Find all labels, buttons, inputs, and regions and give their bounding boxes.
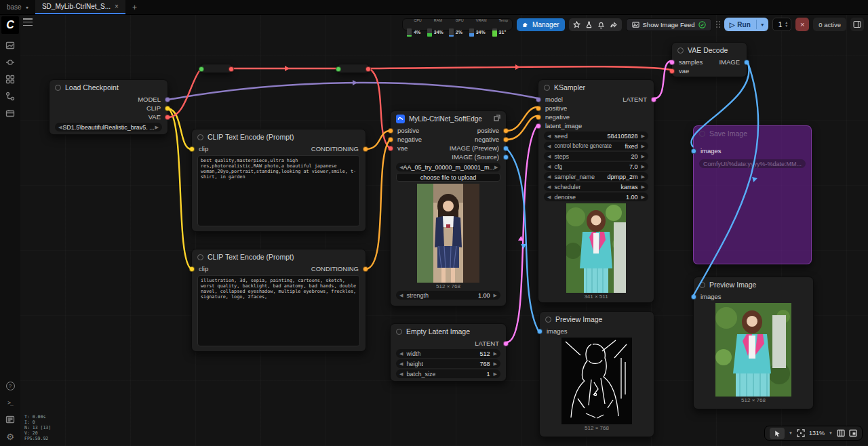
- node-preview-image-final[interactable]: Preview Image images 512 × 768: [693, 277, 814, 409]
- latent-port[interactable]: [651, 97, 656, 102]
- node-load-checkpoint[interactable]: Load Checkpoint MODEL CLIP VAE ◀ SD1.5\b…: [49, 79, 168, 135]
- reroute-node[interactable]: [338, 64, 369, 73]
- sampler-name-widget[interactable]: ◀sampler_namedpmpp_2m▶: [544, 172, 648, 181]
- node-save-image[interactable]: Save Image images ComfyUI/%date:yyyy%-%d…: [693, 125, 812, 264]
- vae-port[interactable]: [669, 68, 675, 74]
- pointer-tool-button[interactable]: [770, 428, 785, 439]
- menu-hamburger-icon[interactable]: [23, 18, 33, 26]
- close-tab-icon[interactable]: ×: [115, 3, 119, 10]
- node-preview-image-softedge[interactable]: Preview Image images 512 × 768: [539, 311, 654, 437]
- collapse-dot-icon[interactable]: [699, 131, 705, 137]
- node-vae-decode[interactable]: VAE Decode samples IMAGE vae: [671, 42, 747, 77]
- clip-port[interactable]: [189, 146, 195, 152]
- positive-out-port[interactable]: [503, 128, 509, 134]
- reroute-node[interactable]: [201, 64, 232, 73]
- clip-port[interactable]: [189, 266, 195, 272]
- minimap-button[interactable]: [849, 429, 857, 437]
- terminal-icon[interactable]: >_: [5, 397, 16, 408]
- node-clip-encode-positive[interactable]: CLIP Text Encode (Prompt) clip CONDITION…: [191, 129, 366, 232]
- node-empty-latent[interactable]: Empty Latent Image LATENT ◀width512▶ ◀he…: [390, 323, 507, 382]
- model-library-icon[interactable]: [5, 74, 16, 85]
- collapse-dot-icon[interactable]: [396, 329, 402, 335]
- flask-icon[interactable]: [584, 20, 595, 30]
- toggle-panel-button[interactable]: [850, 18, 864, 31]
- strength-widget[interactable]: ◀ strength 1.00 ▶: [396, 291, 500, 300]
- collapse-dot-icon[interactable]: [197, 254, 203, 260]
- conditioning-port[interactable]: [363, 146, 368, 152]
- width-widget[interactable]: ◀width512▶: [396, 349, 500, 358]
- tool-chevron-icon[interactable]: ▼: [789, 431, 793, 435]
- negative-port[interactable]: [388, 137, 393, 142]
- batch-size-widget[interactable]: ◀batch_size1▶: [396, 369, 500, 378]
- collapse-dot-icon[interactable]: [197, 134, 203, 140]
- samples-port[interactable]: [669, 60, 675, 65]
- images-port[interactable]: [537, 329, 542, 334]
- upload-button[interactable]: choose file to upload: [396, 173, 500, 182]
- denoise-widget[interactable]: ◀denoise1.00▶: [544, 192, 648, 201]
- filename-prefix-widget[interactable]: ComfyUI/%date:yyyy%-%date:MM...: [699, 159, 806, 168]
- prompt-textarea[interactable]: illustration, 3d, sepia, painting, carto…: [197, 275, 360, 346]
- workflows-icon[interactable]: [5, 91, 16, 102]
- negative-out-port[interactable]: [503, 137, 509, 142]
- collapse-dot-icon[interactable]: [55, 85, 61, 91]
- help-icon[interactable]: ?: [5, 380, 16, 391]
- clip-port[interactable]: [165, 106, 170, 111]
- chevron-left-icon[interactable]: ◀: [399, 293, 403, 298]
- tab-base[interactable]: base ●: [0, 0, 35, 14]
- vae-port[interactable]: [165, 115, 170, 120]
- stepper-carets-icon[interactable]: ▲▼: [785, 21, 788, 28]
- conditioning-port[interactable]: [363, 266, 368, 272]
- batch-count-stepper[interactable]: 1 ▲▼: [772, 18, 792, 31]
- chevron-left-icon[interactable]: ◀: [58, 125, 62, 130]
- negative-port[interactable]: [536, 115, 541, 120]
- manager-button[interactable]: Manager: [517, 18, 564, 31]
- queue-icon[interactable]: [5, 40, 16, 51]
- tab-workflow[interactable]: SD_MyLib-CtrlNet_S... ×: [35, 0, 125, 14]
- latent-port[interactable]: [503, 341, 509, 346]
- open-subgraph-icon[interactable]: [494, 115, 500, 123]
- collapse-dot-icon[interactable]: [545, 317, 551, 323]
- control-before-generate-widget[interactable]: ◀control before generatefixed▶: [544, 142, 648, 150]
- chevron-right-icon[interactable]: ▶: [155, 125, 159, 130]
- collapse-dot-icon[interactable]: [677, 47, 684, 54]
- scheduler-widget[interactable]: ◀schedulerkarras▶: [544, 182, 648, 191]
- zoom-level[interactable]: 131%: [809, 430, 825, 437]
- clear-queue-button[interactable]: ×: [795, 18, 809, 31]
- positive-port[interactable]: [388, 128, 393, 134]
- collapse-dot-icon[interactable]: [544, 85, 550, 91]
- collapse-dot-icon[interactable]: [699, 282, 705, 288]
- steps-widget[interactable]: ◀steps20▶: [544, 152, 648, 161]
- settings-gear-icon[interactable]: ⚙: [5, 431, 16, 442]
- zoom-chevron-icon[interactable]: ▼: [829, 431, 833, 435]
- images-port[interactable]: [691, 148, 696, 154]
- comfyui-logo[interactable]: C: [1, 16, 19, 34]
- node-library-icon[interactable]: [5, 57, 16, 68]
- image-port[interactable]: [744, 60, 749, 65]
- run-button[interactable]: ▷ Run: [724, 21, 756, 28]
- image-source-port[interactable]: [503, 155, 509, 160]
- logs-icon[interactable]: [5, 414, 16, 425]
- seed-widget[interactable]: ◀seed584105828▶: [544, 131, 648, 140]
- prompt-textarea[interactable]: best quality,masterpiece,ultra high res,…: [197, 155, 360, 226]
- node-clip-encode-negative[interactable]: CLIP Text Encode (Prompt) clip CONDITION…: [191, 249, 366, 352]
- images-port[interactable]: [691, 294, 696, 300]
- ckpt-name-widget[interactable]: ◀ SD1.5\beautifulRealistic_brav5. ... ▶: [55, 123, 162, 131]
- fit-view-button[interactable]: [797, 429, 805, 437]
- image-file-widget[interactable]: ◀ AA_05_try_00000_m_00001_m... ▶: [396, 163, 500, 171]
- templates-icon[interactable]: [5, 108, 16, 119]
- layout-grid-button[interactable]: [837, 429, 845, 437]
- bell-icon[interactable]: [596, 20, 607, 30]
- show-image-feed-button[interactable]: Show Image Feed: [626, 18, 712, 31]
- chevron-right-icon[interactable]: ▶: [494, 293, 497, 298]
- run-options-chevron-icon[interactable]: ▼: [757, 22, 768, 27]
- share-icon[interactable]: [608, 20, 619, 30]
- vae-port[interactable]: [388, 146, 393, 151]
- node-ksampler[interactable]: KSampler model LATENT positive negative …: [538, 79, 654, 303]
- image-preview-port[interactable]: [503, 146, 509, 151]
- star-icon[interactable]: [572, 20, 583, 30]
- chevron-right-icon[interactable]: ▶: [494, 165, 498, 170]
- positive-port[interactable]: [536, 106, 541, 111]
- height-widget[interactable]: ◀height768▶: [396, 359, 500, 368]
- node-ctrlnet-softedge[interactable]: MyLib-CtrlNet_SoftEdge positive positive…: [390, 110, 507, 306]
- model-port[interactable]: [536, 97, 541, 102]
